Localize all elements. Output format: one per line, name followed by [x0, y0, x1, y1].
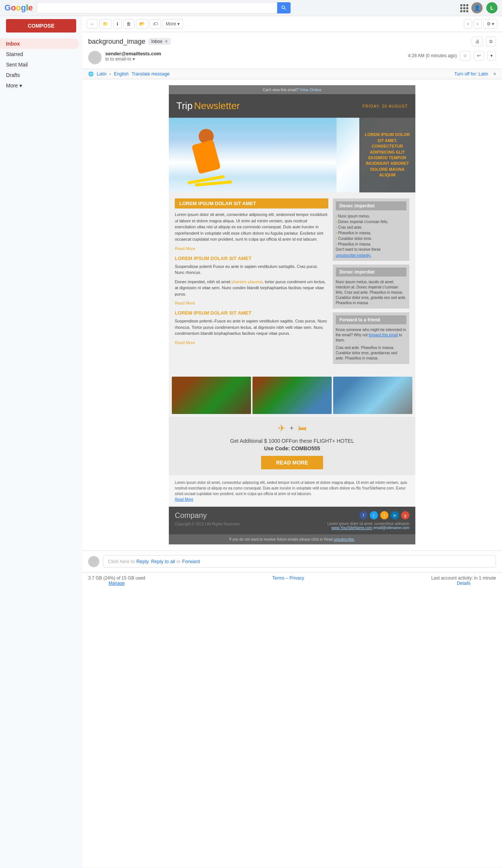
linkedin-icon[interactable]: in: [391, 511, 399, 519]
translate-message-link[interactable]: Translate message: [131, 71, 170, 77]
section3-title: LOREM IPSUM DOLAR SIT AMET: [175, 310, 328, 316]
sidebar-item-inbox[interactable]: Inbox: [0, 38, 79, 49]
company-left: Company Copyright © 2012 | All Rights Re…: [175, 511, 239, 526]
reply-button[interactable]: ↩: [474, 51, 484, 61]
sidebar-item-more[interactable]: More ▾: [0, 80, 79, 91]
right-box1: Donec imperdiet Nunc ipsum metus. Donec …: [333, 198, 409, 261]
company-name: Company: [175, 511, 239, 520]
right-box1-list: Nunc ipsum metus. Donec imperial c'cumsa…: [336, 213, 406, 247]
privacy-link[interactable]: Privacy: [289, 575, 304, 581]
apps-icon[interactable]: [460, 4, 468, 12]
footer-readmore-link[interactable]: Read More: [175, 497, 193, 501]
right-box2-text: Nunc ipsum metus, iaculis sit amet, inte…: [336, 279, 406, 306]
right-box1-title: Donec imperdiet: [336, 201, 406, 210]
content-area: ← 📁 ℹ 🗑 📂 🏷 More ▾ ‹ › ⚙ ▾ background_im…: [82, 16, 502, 868]
avatar[interactable]: 👤: [471, 2, 483, 13]
company-url-link[interactable]: www.YourSiteName.com: [331, 526, 372, 530]
details-link[interactable]: Details: [457, 581, 471, 586]
list-item: Phasellus in massa.: [336, 230, 406, 236]
translate-to[interactable]: English: [114, 71, 128, 77]
translate-from[interactable]: Latin: [97, 71, 106, 77]
top-bar: Google 👤 L: [0, 0, 502, 16]
right-box2-title: Donec imperdiet: [336, 268, 406, 277]
section2-link[interactable]: pharetre placerat: [232, 279, 263, 284]
google-logo: Google: [4, 3, 33, 13]
newsletter-sidebar-column: Donec imperdiet Nunc ipsum metus. Donec …: [333, 198, 409, 368]
company-right: f t r in g Lorem ipsum dolor sit amet, c…: [327, 511, 409, 530]
email-from-info: sender@emailtests.com to to email-to ▾: [105, 51, 161, 62]
back-button[interactable]: ←: [87, 19, 98, 29]
info-button[interactable]: ℹ: [113, 19, 122, 29]
translate-icon: 🌐: [88, 71, 94, 77]
list-item: Nunc ipsum metus.: [336, 213, 406, 219]
translate-arrow: ›: [109, 71, 111, 77]
sidebar: COMPOSE Inbox Starred Sent Mail Drafts M…: [0, 16, 82, 868]
right-box1-unsub-link[interactable]: unsubscribe instantly.: [336, 253, 371, 257]
star-button[interactable]: ☆: [460, 51, 471, 61]
view-online-link[interactable]: View Online: [300, 87, 322, 92]
twitter-icon[interactable]: t: [370, 511, 378, 519]
gallery-image-3: [333, 377, 412, 414]
email-subject-row: background_image Inbox × 🖨 ⧉: [88, 37, 496, 46]
more-actions-button[interactable]: More ▾: [162, 19, 183, 29]
google-plus-icon[interactable]: g: [401, 511, 409, 519]
translate-close[interactable]: ×: [493, 71, 496, 77]
archive-button[interactable]: 📁: [99, 19, 112, 29]
user-avatar[interactable]: L: [486, 2, 498, 13]
translate-turnoff[interactable]: Turn off for: Latin: [454, 71, 488, 77]
prev-email-button[interactable]: ‹: [464, 19, 472, 29]
tag-button[interactable]: 🏷: [150, 19, 161, 29]
folder-button[interactable]: 📂: [136, 19, 148, 29]
right-box3-title: Forward to a friend: [336, 315, 406, 324]
sidebar-item-starred[interactable]: Starred: [0, 49, 79, 59]
flight-readmore-button[interactable]: READ MORE: [261, 456, 323, 469]
bottom-bar: 3.7 GB (24%) of 15 GB used Manage Terms …: [82, 572, 502, 589]
right-box3: Forward to a friend Know someone who mig…: [333, 312, 409, 364]
reply-all-link[interactable]: Reply to all: [151, 559, 175, 564]
list-item: Curabitur dolor eros.: [336, 236, 406, 241]
email-time: 4:28 AM (0 minutes ago) ☆ ↩ ▾: [408, 51, 496, 61]
next-email-button[interactable]: ›: [474, 19, 482, 29]
search-input[interactable]: [37, 2, 291, 13]
facebook-icon[interactable]: f: [359, 511, 368, 519]
right-box3-link[interactable]: forward this email: [369, 333, 398, 337]
print-button[interactable]: 🖨: [472, 37, 483, 46]
section2-title: LOREM IPSUM DOLAR SIT AMET: [175, 256, 328, 261]
section2-readmore[interactable]: Read More: [175, 301, 195, 305]
rss-icon[interactable]: r: [380, 511, 388, 519]
reply-link[interactable]: Reply: [136, 559, 148, 564]
newsletter-container: Can't view this email? View Online Trip …: [169, 85, 415, 544]
company-links: Lorem ipsum dolor sit amet, consectetur …: [327, 522, 409, 530]
sidebar-item-sent[interactable]: Sent Mail: [0, 59, 79, 70]
list-item: Donec imperial c'cumsan felis.: [336, 219, 406, 225]
manage-link[interactable]: Manage: [88, 581, 145, 586]
top-right-actions: 👤 L: [460, 2, 498, 13]
flight-title: Get Additional $ 1000 OFFon these FLIGHT…: [175, 438, 409, 444]
view-online-bar: Can't view this email? View Online: [169, 85, 415, 94]
newsletter-gallery: [169, 374, 415, 417]
newsletter-main-column: LOREM IPSUM DOLAR SIT AMET Lorem ipsum d…: [175, 198, 328, 368]
section1-readmore[interactable]: Read More: [175, 246, 195, 251]
unsubscribe-link[interactable]: unsubscribe.: [334, 537, 355, 541]
newsletter-title: Trip Newsletter: [176, 100, 240, 112]
reply-avatar: [88, 556, 99, 567]
bottom-links: Terms – Privacy: [272, 575, 304, 581]
reply-input[interactable]: Click here to Reply, Reply to all or For…: [103, 555, 496, 568]
email-more-button[interactable]: ▾: [487, 51, 496, 61]
compose-button[interactable]: COMPOSE: [6, 19, 76, 33]
forward-link[interactable]: Forward: [182, 559, 200, 564]
list-item: Phasellus in massa.: [336, 241, 406, 247]
delete-button[interactable]: 🗑: [123, 19, 134, 29]
search-button[interactable]: [277, 2, 291, 13]
section2-text2: Donec imperdiet, nibh sit amet pharetre …: [175, 279, 328, 297]
main-layout: COMPOSE Inbox Starred Sent Mail Drafts M…: [0, 16, 502, 868]
sidebar-item-drafts[interactable]: Drafts: [0, 70, 79, 80]
last-activity: Last account activity: in 1 minute Detai…: [431, 575, 496, 586]
company-copyright: Copyright © 2012 | All Rights Reserved: [175, 522, 239, 526]
settings-button[interactable]: ⚙ ▾: [483, 19, 498, 29]
terms-link[interactable]: Terms: [272, 575, 285, 581]
badge-close[interactable]: ×: [165, 39, 168, 44]
new-window-button[interactable]: ⧉: [486, 37, 496, 46]
gallery-image-2: [252, 377, 332, 414]
section3-readmore[interactable]: Read More: [175, 340, 195, 345]
